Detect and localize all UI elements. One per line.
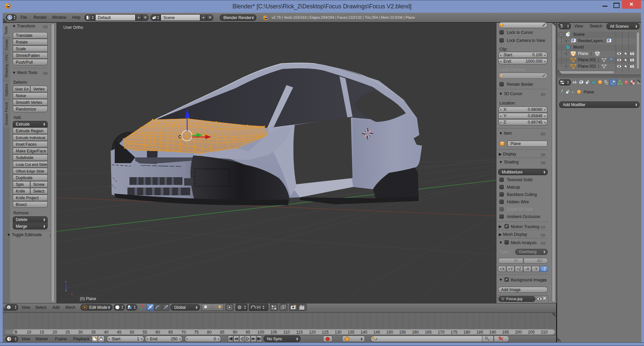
svg-text:85: 85 [220, 330, 225, 335]
svg-text:95: 95 [246, 330, 251, 335]
svg-text:75: 75 [194, 330, 199, 335]
svg-text:105: 105 [270, 330, 277, 335]
svg-text:20: 20 [53, 330, 57, 335]
svg-text:115: 115 [296, 330, 303, 335]
svg-text:Plane.002: Plane.002 [578, 64, 596, 69]
svg-text:60: 60 [156, 330, 160, 335]
svg-text:5: 5 [15, 330, 17, 335]
svg-text:World: World [573, 45, 584, 50]
svg-text:25: 25 [65, 330, 70, 335]
svg-text:65: 65 [168, 330, 173, 335]
svg-text:175: 175 [451, 330, 458, 335]
svg-text:170: 170 [438, 330, 444, 335]
svg-text:Plane: Plane [584, 90, 594, 94]
svg-text:User Ortho: User Ortho [63, 25, 83, 30]
svg-text:180: 180 [464, 330, 470, 335]
svg-text:|: | [604, 39, 605, 43]
svg-text:150: 150 [386, 330, 393, 335]
svg-text:185: 185 [476, 330, 483, 335]
svg-text:50: 50 [130, 330, 135, 335]
svg-text:y: y [71, 292, 73, 295]
svg-text:100: 100 [258, 330, 264, 335]
svg-text:205: 205 [528, 330, 535, 335]
svg-text:35: 35 [91, 330, 96, 335]
svg-text:190: 190 [489, 330, 496, 335]
svg-text:195: 195 [502, 330, 509, 335]
svg-text:z: z [65, 280, 67, 283]
svg-text:(0) Plane: (0) Plane [80, 296, 96, 301]
svg-text:165: 165 [425, 330, 432, 335]
svg-text:i: i [9, 15, 10, 19]
svg-text:145: 145 [373, 330, 380, 335]
svg-text:135: 135 [347, 330, 354, 335]
svg-text:10: 10 [27, 330, 32, 335]
svg-text:Plane: Plane [578, 51, 588, 56]
svg-text:130: 130 [335, 330, 341, 335]
svg-text:125: 125 [322, 330, 329, 335]
svg-text:Scene: Scene [573, 32, 585, 37]
svg-text:30: 30 [78, 330, 83, 335]
svg-text:90: 90 [233, 330, 237, 335]
svg-text:|: | [598, 64, 599, 69]
svg-text:|: | [598, 58, 599, 62]
svg-text:40: 40 [104, 330, 109, 335]
svg-text:210: 210 [541, 330, 547, 335]
svg-text:70: 70 [181, 330, 186, 335]
svg-text:140: 140 [361, 330, 367, 335]
svg-text:120: 120 [309, 330, 316, 335]
svg-text:80: 80 [207, 330, 212, 335]
svg-text:55: 55 [143, 330, 147, 335]
svg-text:110: 110 [283, 330, 290, 335]
svg-text:|: | [591, 51, 592, 56]
svg-text:15: 15 [40, 330, 44, 335]
svg-text:45: 45 [117, 330, 122, 335]
svg-text:160: 160 [412, 330, 419, 335]
svg-text:RenderLayers: RenderLayers [578, 39, 603, 43]
svg-text:200: 200 [515, 330, 522, 335]
svg-text:155: 155 [399, 330, 406, 335]
svg-text:Plane.001: Plane.001 [578, 58, 596, 62]
